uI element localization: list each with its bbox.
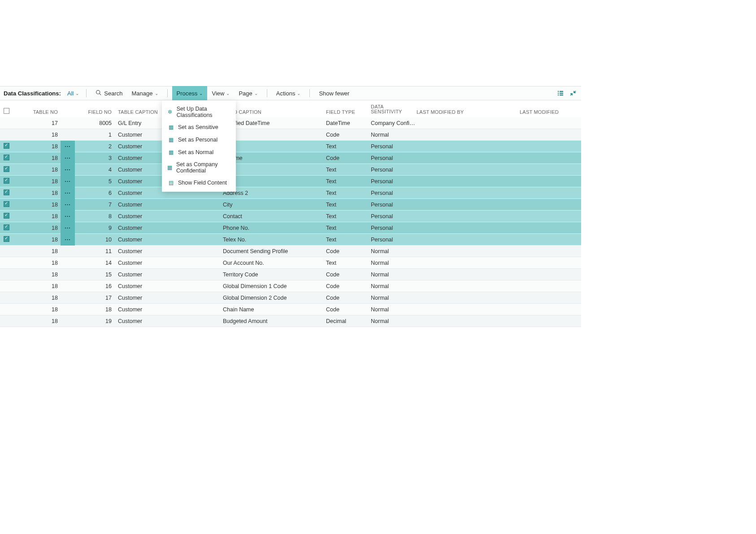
menu-setup-classifications[interactable]: ✲ Set Up Data Classifications xyxy=(162,103,236,121)
row-checkbox[interactable] xyxy=(4,236,9,242)
table-row[interactable]: 18···9CustomerPhone No.TextPersonal xyxy=(0,222,581,234)
table-row[interactable]: 18···2CustomereTextPersonal xyxy=(0,141,581,152)
table-row[interactable]: 18···15CustomerTerritory CodeCodeNormal xyxy=(0,269,581,280)
header-table-no[interactable]: TABLE NO xyxy=(13,109,61,117)
show-fewer-button[interactable]: Show fewer xyxy=(314,86,354,100)
row-checkbox[interactable] xyxy=(4,224,9,230)
cell-field-no: 6 xyxy=(75,190,115,196)
cell-field-no: 2 xyxy=(75,143,115,150)
row-actions-icon[interactable]: ··· xyxy=(61,141,75,152)
cell-table-caption: Customer xyxy=(115,202,223,208)
table-row[interactable]: 18···6CustomerAddress 2TextPersonal xyxy=(0,187,581,199)
table-row[interactable]: 18···11CustomerDocument Sending ProfileC… xyxy=(0,245,581,257)
header-last-modified-by[interactable]: LAST MODIFIED BY xyxy=(417,109,520,117)
actions-menu[interactable]: Actions ⌄ xyxy=(272,86,305,100)
select-all-checkbox[interactable] xyxy=(4,108,9,114)
cell-data-sensitivity: Personal xyxy=(371,190,417,196)
header-field-type[interactable]: FIELD TYPE xyxy=(326,109,371,117)
search-label: Search xyxy=(104,90,122,97)
separator xyxy=(86,89,87,97)
data-grid: TABLE NO FIELD NO TABLE CAPTION FIELD CA… xyxy=(0,100,581,327)
table-row[interactable]: 18···10CustomerTelex No.TextPersonal xyxy=(0,234,581,245)
menu-set-sensitive[interactable]: ▦ Set as Sensitive xyxy=(162,121,236,134)
cell-data-sensitivity: Personal xyxy=(371,143,417,150)
cell-field-type: Text xyxy=(326,225,371,231)
cell-table-no: 18 xyxy=(13,248,61,254)
header-field-no[interactable]: FIELD NO xyxy=(75,109,115,117)
table-row[interactable]: 18···18CustomerChain NameCodeNormal xyxy=(0,304,581,315)
table-row[interactable]: 18···5CustomeressTextPersonal xyxy=(0,176,581,187)
row-actions-icon[interactable]: ··· xyxy=(61,234,75,245)
menu-set-personal[interactable]: ▦ Set as Personal xyxy=(162,134,236,146)
row-actions-icon[interactable]: ··· xyxy=(61,211,75,222)
cell-field-type: Code xyxy=(326,132,371,138)
chevron-down-icon: ⌄ xyxy=(199,91,203,96)
cell-field-caption: Modified DateTime xyxy=(223,120,326,126)
row-checkbox[interactable] xyxy=(4,213,9,219)
table-row[interactable]: 18···7CustomerCityTextPersonal xyxy=(0,199,581,211)
row-checkbox[interactable] xyxy=(4,201,9,207)
cell-field-type: Decimal xyxy=(326,318,371,324)
collapse-icon[interactable] xyxy=(569,90,577,97)
row-checkbox[interactable] xyxy=(4,189,9,195)
cell-field-no: 4 xyxy=(75,167,115,173)
cell-field-caption: h Name xyxy=(223,155,326,161)
cell-field-type: DateTime xyxy=(326,120,371,126)
chevron-down-icon: ⌄ xyxy=(155,91,158,96)
svg-rect-3 xyxy=(560,91,563,92)
page-menu[interactable]: Page ⌄ xyxy=(234,86,262,100)
gear-icon: ✲ xyxy=(167,108,173,116)
search-button[interactable]: Search xyxy=(91,86,127,100)
list-view-icon[interactable] xyxy=(557,90,564,97)
row-checkbox[interactable] xyxy=(4,155,9,160)
menu-set-confidential[interactable]: ▦ Set as Company Confidential xyxy=(162,159,236,177)
table-row[interactable]: 18···4Customere 2TextPersonal xyxy=(0,164,581,176)
cell-data-sensitivity: Personal xyxy=(371,213,417,220)
row-actions-icon[interactable]: ··· xyxy=(61,176,75,187)
table-row[interactable]: 18···3Customerh NameCodePersonal xyxy=(0,152,581,164)
table-row[interactable]: 18···17CustomerGlobal Dimension 2 CodeCo… xyxy=(0,292,581,304)
process-dropdown: ✲ Set Up Data Classifications ▦ Set as S… xyxy=(162,100,236,192)
row-checkbox[interactable] xyxy=(4,143,9,149)
cell-field-caption: Budgeted Amount xyxy=(223,318,326,324)
cell-field-caption: Address 2 xyxy=(223,190,326,196)
row-actions-icon[interactable]: ··· xyxy=(61,164,75,176)
cell-field-type: Text xyxy=(326,143,371,150)
header-data-sensitivity[interactable]: DATA SENSITIVITY xyxy=(371,104,417,117)
cell-data-sensitivity: Normal xyxy=(371,132,417,138)
cell-table-caption: Customer xyxy=(115,283,223,289)
table-row[interactable]: 18···19CustomerBudgeted AmountDecimalNor… xyxy=(0,315,581,327)
header-field-caption[interactable]: FIELD CAPTION xyxy=(223,109,326,117)
row-actions-icon[interactable]: ··· xyxy=(61,187,75,199)
filter-all-dropdown[interactable]: All ⌄ xyxy=(65,90,82,97)
cell-table-caption: Customer xyxy=(115,318,223,324)
table-row[interactable]: 18···14CustomerOur Account No.TextNormal xyxy=(0,257,581,269)
cell-table-caption: Customer xyxy=(115,260,223,266)
header-last-modified[interactable]: LAST MODIFIED xyxy=(520,109,574,117)
cell-data-sensitivity: Personal xyxy=(371,167,417,173)
table-row[interactable]: 17···8005G/L EntryModified DateTimeDateT… xyxy=(0,117,581,129)
row-checkbox[interactable] xyxy=(4,166,9,172)
cell-table-no: 18 xyxy=(13,225,61,231)
manage-menu[interactable]: Manage ⌄ xyxy=(127,86,163,100)
view-menu[interactable]: View ⌄ xyxy=(207,86,234,100)
tag-icon: ▦ xyxy=(167,136,174,143)
row-actions-icon[interactable]: ··· xyxy=(61,199,75,211)
process-menu[interactable]: Process ⌄ xyxy=(172,86,208,100)
top-whitespace xyxy=(0,0,756,86)
manage-label: Manage xyxy=(132,90,153,97)
cell-table-no: 18 xyxy=(13,260,61,266)
cell-table-no: 18 xyxy=(13,271,61,278)
row-actions-icon[interactable]: ··· xyxy=(61,152,75,164)
cell-field-no: 1 xyxy=(75,132,115,138)
menu-show-field-content[interactable]: ▤ Show Field Content xyxy=(162,177,236,189)
cell-field-caption: City xyxy=(223,202,326,208)
table-row[interactable]: 18···8CustomerContactTextPersonal xyxy=(0,211,581,222)
menu-set-normal[interactable]: ▦ Set as Normal xyxy=(162,146,236,159)
table-row[interactable]: 18···1CustomerCodeNormal xyxy=(0,129,581,141)
row-checkbox[interactable] xyxy=(4,178,9,184)
cell-field-type: Text xyxy=(326,260,371,266)
table-row[interactable]: 18···16CustomerGlobal Dimension 1 CodeCo… xyxy=(0,280,581,292)
row-actions-icon[interactable]: ··· xyxy=(61,222,75,234)
cell-table-no: 18 xyxy=(13,132,61,138)
